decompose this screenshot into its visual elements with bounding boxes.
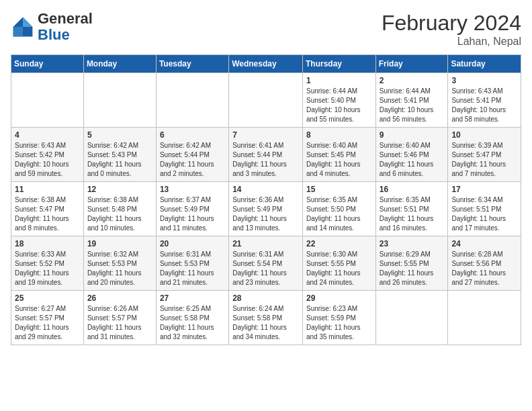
calendar-cell: 11Sunrise: 6:38 AM Sunset: 5:47 PM Dayli…: [11, 182, 84, 236]
day-info: Sunrise: 6:30 AM Sunset: 5:55 PM Dayligh…: [306, 250, 372, 287]
weekday-header: Saturday: [448, 55, 521, 73]
calendar-week-row: 4Sunrise: 6:43 AM Sunset: 5:42 PM Daylig…: [11, 128, 521, 182]
calendar-cell: 13Sunrise: 6:37 AM Sunset: 5:49 PM Dayli…: [156, 182, 228, 236]
weekday-header: Tuesday: [156, 55, 228, 73]
day-number: 7: [232, 130, 299, 140]
calendar-cell: 21Sunrise: 6:31 AM Sunset: 5:54 PM Dayli…: [229, 236, 303, 291]
day-info: Sunrise: 6:32 AM Sunset: 5:53 PM Dayligh…: [87, 250, 152, 287]
day-number: 4: [15, 130, 80, 140]
weekday-header: Monday: [83, 55, 156, 73]
day-info: Sunrise: 6:35 AM Sunset: 5:51 PM Dayligh…: [380, 195, 445, 233]
day-number: 15: [306, 185, 372, 194]
day-info: Sunrise: 6:36 AM Sunset: 5:49 PM Dayligh…: [232, 195, 299, 233]
day-number: 24: [451, 239, 517, 248]
calendar-header-row: SundayMondayTuesdayWednesdayThursdayFrid…: [11, 55, 521, 73]
day-info: Sunrise: 6:43 AM Sunset: 5:42 PM Dayligh…: [15, 141, 80, 179]
calendar-cell: 16Sunrise: 6:35 AM Sunset: 5:51 PM Dayli…: [375, 182, 448, 236]
day-number: 2: [380, 76, 445, 85]
day-number: 10: [451, 130, 517, 140]
day-number: 16: [380, 185, 445, 194]
day-number: 1: [306, 76, 372, 85]
calendar-cell: 19Sunrise: 6:32 AM Sunset: 5:53 PM Dayli…: [83, 236, 156, 291]
page-header: General Blue February 2024 Lahan, Nepal: [11, 11, 521, 48]
calendar-cell: 3Sunrise: 6:43 AM Sunset: 5:41 PM Daylig…: [448, 73, 521, 128]
day-number: 11: [15, 185, 80, 194]
calendar-cell: 24Sunrise: 6:28 AM Sunset: 5:56 PM Dayli…: [448, 236, 521, 291]
calendar-week-row: 1Sunrise: 6:44 AM Sunset: 5:40 PM Daylig…: [11, 73, 521, 128]
calendar-week-row: 11Sunrise: 6:38 AM Sunset: 5:47 PM Dayli…: [11, 182, 521, 236]
logo-general-text: General: [38, 10, 93, 27]
calendar-table: SundayMondayTuesdayWednesdayThursdayFrid…: [11, 54, 521, 345]
day-number: 6: [160, 130, 225, 140]
calendar-cell: 22Sunrise: 6:30 AM Sunset: 5:55 PM Dayli…: [302, 236, 375, 291]
logo: General Blue: [11, 11, 93, 43]
day-info: Sunrise: 6:40 AM Sunset: 5:46 PM Dayligh…: [380, 141, 445, 179]
weekday-header: Thursday: [302, 55, 375, 73]
svg-marker-3: [13, 27, 23, 36]
day-info: Sunrise: 6:42 AM Sunset: 5:44 PM Dayligh…: [160, 141, 225, 179]
day-number: 23: [380, 239, 445, 248]
calendar-cell: 1Sunrise: 6:44 AM Sunset: 5:40 PM Daylig…: [302, 73, 375, 128]
calendar-cell: 29Sunrise: 6:23 AM Sunset: 5:59 PM Dayli…: [302, 291, 375, 345]
day-number: 3: [451, 76, 517, 85]
day-info: Sunrise: 6:37 AM Sunset: 5:49 PM Dayligh…: [160, 195, 225, 233]
day-number: 20: [160, 239, 225, 248]
day-number: 5: [87, 130, 152, 140]
calendar-week-row: 18Sunrise: 6:33 AM Sunset: 5:52 PM Dayli…: [11, 236, 521, 291]
day-number: 14: [232, 185, 299, 194]
calendar-cell: 23Sunrise: 6:29 AM Sunset: 5:55 PM Dayli…: [375, 236, 448, 291]
day-info: Sunrise: 6:34 AM Sunset: 5:51 PM Dayligh…: [451, 195, 517, 233]
day-info: Sunrise: 6:29 AM Sunset: 5:55 PM Dayligh…: [380, 250, 445, 287]
day-number: 27: [160, 293, 225, 303]
day-info: Sunrise: 6:35 AM Sunset: 5:50 PM Dayligh…: [306, 195, 372, 233]
page-subtitle: Lahan, Nepal: [382, 36, 521, 48]
weekday-header: Sunday: [11, 55, 84, 73]
calendar-cell: 18Sunrise: 6:33 AM Sunset: 5:52 PM Dayli…: [11, 236, 84, 291]
calendar-cell: [229, 73, 303, 128]
day-info: Sunrise: 6:24 AM Sunset: 5:58 PM Dayligh…: [232, 304, 299, 342]
calendar-cell: 5Sunrise: 6:42 AM Sunset: 5:43 PM Daylig…: [83, 128, 156, 182]
calendar-cell: [83, 73, 156, 128]
calendar-cell: 2Sunrise: 6:44 AM Sunset: 5:41 PM Daylig…: [375, 73, 448, 128]
day-info: Sunrise: 6:38 AM Sunset: 5:48 PM Dayligh…: [87, 195, 152, 233]
logo-blue-text: Blue: [38, 26, 70, 43]
day-info: Sunrise: 6:38 AM Sunset: 5:47 PM Dayligh…: [15, 195, 80, 233]
day-info: Sunrise: 6:27 AM Sunset: 5:57 PM Dayligh…: [15, 304, 80, 342]
calendar-cell: 26Sunrise: 6:26 AM Sunset: 5:57 PM Dayli…: [83, 291, 156, 345]
calendar-cell: 25Sunrise: 6:27 AM Sunset: 5:57 PM Dayli…: [11, 291, 84, 345]
day-number: 22: [306, 239, 372, 248]
day-info: Sunrise: 6:41 AM Sunset: 5:44 PM Dayligh…: [232, 141, 299, 179]
day-info: Sunrise: 6:23 AM Sunset: 5:59 PM Dayligh…: [306, 304, 372, 342]
weekday-header: Friday: [375, 55, 448, 73]
calendar-cell: 17Sunrise: 6:34 AM Sunset: 5:51 PM Dayli…: [448, 182, 521, 236]
day-info: Sunrise: 6:40 AM Sunset: 5:45 PM Dayligh…: [306, 141, 372, 179]
day-number: 28: [232, 293, 299, 303]
calendar-cell: 8Sunrise: 6:40 AM Sunset: 5:45 PM Daylig…: [302, 128, 375, 182]
calendar-cell: [448, 291, 521, 345]
day-info: Sunrise: 6:31 AM Sunset: 5:53 PM Dayligh…: [160, 250, 225, 287]
calendar-cell: 14Sunrise: 6:36 AM Sunset: 5:49 PM Dayli…: [229, 182, 303, 236]
day-info: Sunrise: 6:25 AM Sunset: 5:58 PM Dayligh…: [160, 304, 225, 342]
weekday-header: Wednesday: [229, 55, 303, 73]
day-info: Sunrise: 6:42 AM Sunset: 5:43 PM Dayligh…: [87, 141, 152, 179]
day-info: Sunrise: 6:39 AM Sunset: 5:47 PM Dayligh…: [451, 141, 517, 179]
day-info: Sunrise: 6:44 AM Sunset: 5:41 PM Dayligh…: [380, 87, 445, 124]
day-number: 19: [87, 239, 152, 248]
calendar-cell: 10Sunrise: 6:39 AM Sunset: 5:47 PM Dayli…: [448, 128, 521, 182]
logo-icon: [11, 15, 35, 39]
page-title: February 2024: [382, 11, 521, 36]
day-info: Sunrise: 6:44 AM Sunset: 5:40 PM Dayligh…: [306, 87, 372, 124]
calendar-week-row: 25Sunrise: 6:27 AM Sunset: 5:57 PM Dayli…: [11, 291, 521, 345]
day-info: Sunrise: 6:33 AM Sunset: 5:52 PM Dayligh…: [15, 250, 80, 287]
day-number: 9: [380, 130, 445, 140]
day-info: Sunrise: 6:28 AM Sunset: 5:56 PM Dayligh…: [451, 250, 517, 287]
calendar-cell: 12Sunrise: 6:38 AM Sunset: 5:48 PM Dayli…: [83, 182, 156, 236]
day-number: 18: [15, 239, 80, 248]
calendar-cell: 7Sunrise: 6:41 AM Sunset: 5:44 PM Daylig…: [229, 128, 303, 182]
calendar-cell: [11, 73, 84, 128]
day-number: 26: [87, 293, 152, 303]
calendar-cell: 20Sunrise: 6:31 AM Sunset: 5:53 PM Dayli…: [156, 236, 228, 291]
day-info: Sunrise: 6:26 AM Sunset: 5:57 PM Dayligh…: [87, 304, 152, 342]
calendar-cell: 15Sunrise: 6:35 AM Sunset: 5:50 PM Dayli…: [302, 182, 375, 236]
day-info: Sunrise: 6:43 AM Sunset: 5:41 PM Dayligh…: [451, 87, 517, 124]
